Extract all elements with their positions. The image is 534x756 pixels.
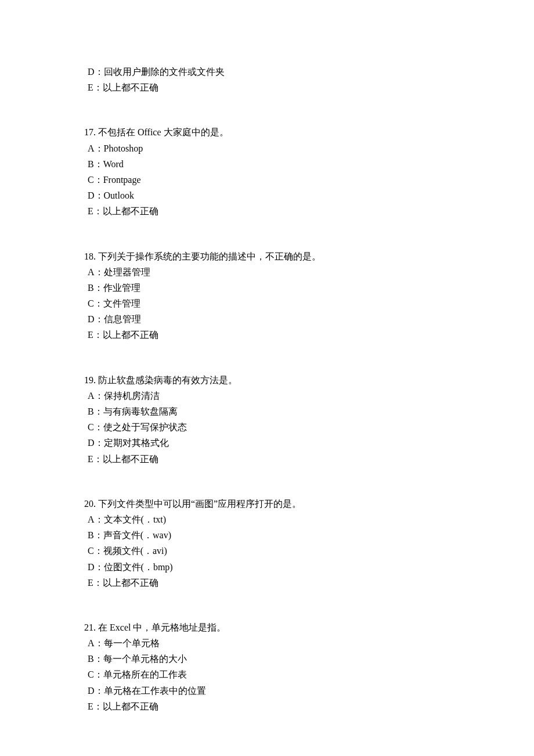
option: E：以上都不正确 (84, 699, 450, 714)
question-stem: 20. 下列文件类型中可以用“画图”应用程序打开的是。 (84, 496, 450, 512)
question-stem: 21. 在 Excel 中，单元格地址是指。 (84, 620, 450, 635)
option: E：以上都不正确 (84, 203, 450, 219)
question-20: 20. 下列文件类型中可以用“画图”应用程序打开的是。 A：文本文件(．txt)… (84, 496, 450, 591)
option: E：以上都不正确 (84, 80, 450, 95)
option: E：以上都不正确 (84, 451, 450, 467)
option: A：保持机房清洁 (84, 388, 450, 404)
option: B：每一个单元格的大小 (84, 651, 450, 667)
option: D：位图文件(．bmp) (84, 559, 450, 575)
option: C：文件管理 (84, 296, 450, 311)
option: C：Frontpage (84, 172, 450, 188)
option: A：处理器管理 (84, 264, 450, 280)
page: D：回收用户删除的文件或文件夹 E：以上都不正确 17. 不包括在 Office… (0, 0, 534, 756)
question-18: 18. 下列关于操作系统的主要功能的描述中，不正确的是。 A：处理器管理 B：作… (84, 249, 450, 343)
option: D：回收用户删除的文件或文件夹 (84, 64, 450, 80)
question-stem: 19. 防止软盘感染病毒的有效方法是。 (84, 372, 450, 388)
option: C：视频文件(．avi) (84, 543, 450, 559)
question-21: 21. 在 Excel 中，单元格地址是指。 A：每一个单元格 B：每一个单元格… (84, 620, 450, 714)
option: D：定期对其格式化 (84, 435, 450, 451)
option: A：每一个单元格 (84, 635, 450, 651)
option: A：Photoshop (84, 141, 450, 156)
option: C：单元格所在的工作表 (84, 667, 450, 682)
option: D：信息管理 (84, 311, 450, 327)
question-stem: 18. 下列关于操作系统的主要功能的描述中，不正确的是。 (84, 249, 450, 264)
question-stem: 17. 不包括在 Office 大家庭中的是。 (84, 124, 450, 140)
option: A：文本文件(．txt) (84, 512, 450, 527)
option: B：作业管理 (84, 280, 450, 296)
question-17: 17. 不包括在 Office 大家庭中的是。 A：Photoshop B：Wo… (84, 124, 450, 219)
option: B：声音文件(．wav) (84, 527, 450, 543)
option: C：使之处于写保护状态 (84, 419, 450, 435)
option: B：Word (84, 156, 450, 172)
question-19: 19. 防止软盘感染病毒的有效方法是。 A：保持机房清洁 B：与有病毒软盘隔离 … (84, 372, 450, 467)
option: E：以上都不正确 (84, 327, 450, 343)
option: D：Outlook (84, 188, 450, 203)
option: D：单元格在工作表中的位置 (84, 683, 450, 699)
option: E：以上都不正确 (84, 575, 450, 591)
option: B：与有病毒软盘隔离 (84, 404, 450, 419)
orphan-options-block: D：回收用户删除的文件或文件夹 E：以上都不正确 (84, 64, 450, 95)
